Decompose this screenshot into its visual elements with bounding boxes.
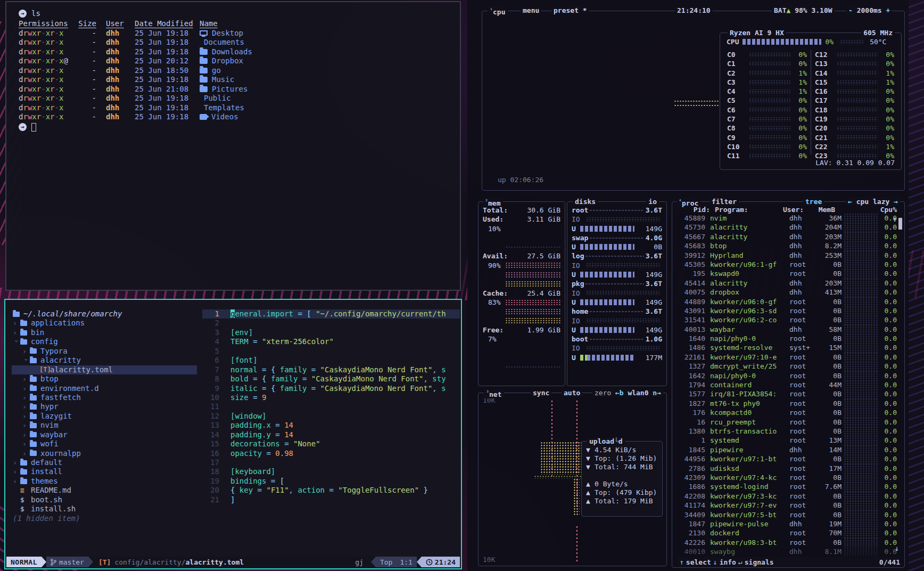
process-row[interactable]: 41174kworker/u97:7-evroot0B0.0 <box>676 501 897 510</box>
tree-item-waybar[interactable]: ›waybar <box>12 430 197 439</box>
col-user[interactable]: User: <box>783 205 811 211</box>
editor-line[interactable]: 16opacity = 0.98 <box>202 449 460 458</box>
process-row[interactable]: 1380btrfs-transactioroot0B0.0 <box>676 427 897 436</box>
process-row[interactable]: 42226kworker/u98:3-btroot0B0.0 <box>676 538 897 547</box>
editor-line[interactable]: 21] <box>202 495 460 504</box>
action-info[interactable]: info <box>720 558 736 566</box>
tab-preset[interactable]: preset * <box>551 6 589 14</box>
editor-line[interactable]: 19bindings = [ <box>202 477 460 486</box>
tree-item-README.md[interactable]: ≣README.md <box>12 486 197 495</box>
proc-tree-toggle[interactable]: tree <box>803 198 824 206</box>
tree-item-wofi[interactable]: ›wofi <box>12 439 197 448</box>
tab-io[interactable]: io <box>646 198 659 206</box>
tree-item-nvim[interactable]: ›nvim <box>12 421 197 430</box>
editor-line[interactable]: 3[env] <box>202 328 460 337</box>
editor-line[interactable]: 10size = 9 <box>202 393 460 402</box>
col-program[interactable]: Program: <box>715 205 783 211</box>
process-row[interactable]: 1486systemd-resolvesyst+15M0.0 <box>676 343 897 352</box>
editor-line[interactable]: 17 <box>202 458 460 467</box>
tree-item-btop[interactable]: ›btop <box>12 374 197 384</box>
disk-name-row[interactable]: root3.6T <box>572 206 662 215</box>
editor-line[interactable]: 7normal = { family = "CaskaydiaMono Nerd… <box>202 365 460 374</box>
editor-line[interactable]: 14padding.y = 14 <box>202 430 460 439</box>
net-tab-sync[interactable]: sync <box>531 389 551 397</box>
tree-item-applications[interactable]: ›applications <box>12 319 197 328</box>
process-row[interactable]: 1827mt76-tx phy0root0B0.0 <box>676 399 897 408</box>
tree-item-boot.sh[interactable]: $boot.sh <box>12 495 197 504</box>
net-tab-auto[interactable]: auto <box>562 389 582 397</box>
process-row[interactable]: 16rcu_preemptroot0B0.0 <box>676 418 897 427</box>
process-row[interactable]: 1577irq/81-PIXA3854:root0B0.0 <box>676 389 897 398</box>
editor-line[interactable]: 20{ key = "F11", action = "ToggleFullscr… <box>202 486 460 495</box>
tab-cpu[interactable]: ¹cpu <box>488 6 508 16</box>
editor-line[interactable]: 9italic = { family = "CaskaydiaMono Nerd… <box>202 384 460 393</box>
tree-item-alacritty[interactable]: ›alacritty <box>12 356 197 365</box>
editor-line[interactable]: 4TERM = "xterm-256color" <box>202 337 460 346</box>
disk-name-row[interactable]: swap4.0G <box>572 233 662 242</box>
tree-item-fastfetch[interactable]: ›fastfetch <box>12 393 197 402</box>
process-row[interactable]: 44956kworker/u97:1-btroot0B0.0 <box>676 454 897 463</box>
editor-line[interactable]: 18[keyboard] <box>202 467 460 476</box>
process-row[interactable]: 2786udisksdroot17M0.0 <box>676 464 897 473</box>
prompt-line[interactable]: → <box>19 123 460 132</box>
process-row[interactable]: 45414alacrittydhh203M0.0 <box>676 279 897 288</box>
editor-line[interactable]: 8bold = { family = "CaskaydiaMono Nerd F… <box>202 374 460 384</box>
disk-name-row[interactable]: pkg3.6T <box>572 279 662 288</box>
process-row[interactable]: 2130dockerdroot70M0.0 <box>676 528 897 537</box>
terminal-cursor[interactable] <box>31 123 36 132</box>
proc-scrollbar[interactable] <box>898 218 902 230</box>
tree-item-Typora[interactable]: ›Typora <box>12 347 197 356</box>
editor-line[interactable]: 11 <box>202 402 460 411</box>
process-row[interactable]: 1845pipewiredhh14M0.0 <box>676 445 897 454</box>
tree-item-hypr[interactable]: ›hypr <box>12 402 197 411</box>
process-row[interactable]: 1327dmcrypt_write/25root0B0.0 <box>676 362 897 371</box>
interval-increase[interactable]: + <box>886 6 890 14</box>
tree-root[interactable]: ~/.local/share/omarchy <box>12 309 197 319</box>
git-branch[interactable]: master <box>46 557 88 567</box>
sort-next[interactable]: → <box>894 198 898 206</box>
process-row[interactable]: 45667alacrittydhh203M0.0 <box>676 232 897 241</box>
proc-filter[interactable]: filter <box>710 198 739 206</box>
process-row[interactable]: 40013waybardhh58M0.0 <box>676 325 897 334</box>
tree-item-install.sh[interactable]: $install.sh <box>12 504 197 513</box>
tree-item-default[interactable]: ›default <box>12 458 197 467</box>
process-row[interactable]: 34409kworker/u97:5-btroot0B0.0 <box>676 510 897 519</box>
editor-line[interactable]: 5 <box>202 347 460 356</box>
process-row[interactable]: 45889nvimdhh36M0.0 <box>676 214 897 223</box>
process-row[interactable]: 42309kworker/u97:4-kcroot0B0.0 <box>676 473 897 482</box>
process-row[interactable]: 1847pipewire-pulsedhh19M0.0 <box>676 519 897 528</box>
editor-line[interactable]: 15decorations = "None" <box>202 439 460 448</box>
action-select[interactable]: select <box>686 558 711 566</box>
editor-line[interactable]: 2 <box>202 319 460 328</box>
tree-item-alacritty.toml[interactable]: [T]alacritty.toml <box>12 365 197 374</box>
editor-line[interactable]: 6[font] <box>202 356 460 365</box>
net-tab-zero[interactable]: zero <box>592 389 613 397</box>
tree-item-xournalpp[interactable]: ›xournalpp <box>12 449 197 458</box>
disk-name-row[interactable]: home3.6T <box>572 307 662 316</box>
tree-item-themes[interactable]: ›themes <box>12 477 197 486</box>
tree-item-lazygit[interactable]: ›lazygit <box>12 412 197 421</box>
iface-next[interactable]: n→ <box>653 389 661 397</box>
process-row[interactable]: 22161kworker/u97:10-eroot0B0.0 <box>676 353 897 362</box>
tab-menu[interactable]: menu <box>521 6 541 14</box>
editor-buffer[interactable]: 1general.import = [ "~/.config/omarchy/c… <box>202 309 460 556</box>
action-signals[interactable]: signals <box>745 558 774 566</box>
tab-disks[interactable]: disks <box>573 198 598 206</box>
process-row[interactable]: 42208kworker/u97:3-kcroot0B0.0 <box>676 492 897 501</box>
tab-proc[interactable]: ⁴proc <box>676 198 700 207</box>
tree-item-config[interactable]: ›config <box>12 337 197 346</box>
process-row[interactable]: 45305kworker/u96:1-gfroot0B0.0 <box>676 260 897 269</box>
process-row[interactable]: 31541kworker/u96:2-coroot0B0.0 <box>676 315 897 324</box>
process-row[interactable]: 39912Hyprlanddhh253M0.0 <box>676 251 897 260</box>
process-row[interactable]: 40075dropboxdhh413M0.0 <box>676 288 897 297</box>
process-row[interactable]: 45683btopdhh8.2M0.0 <box>676 241 897 250</box>
process-row[interactable]: 1systemdroot13M0.0 <box>676 436 897 445</box>
tree-item-install[interactable]: ›install <box>12 467 197 476</box>
interval-decrease[interactable]: - <box>848 6 853 14</box>
editor-line[interactable]: 13padding.x = 14 <box>202 421 460 430</box>
editor-line[interactable]: 12[window] <box>202 412 460 421</box>
process-row[interactable]: 176kcompactd0root0B0.0 <box>676 408 897 417</box>
iface-prev[interactable]: ←b <box>615 389 624 397</box>
process-row[interactable]: 43091kworker/u96:3-sdroot0B0.0 <box>676 306 897 315</box>
tab-net[interactable]: ³net <box>484 389 504 398</box>
